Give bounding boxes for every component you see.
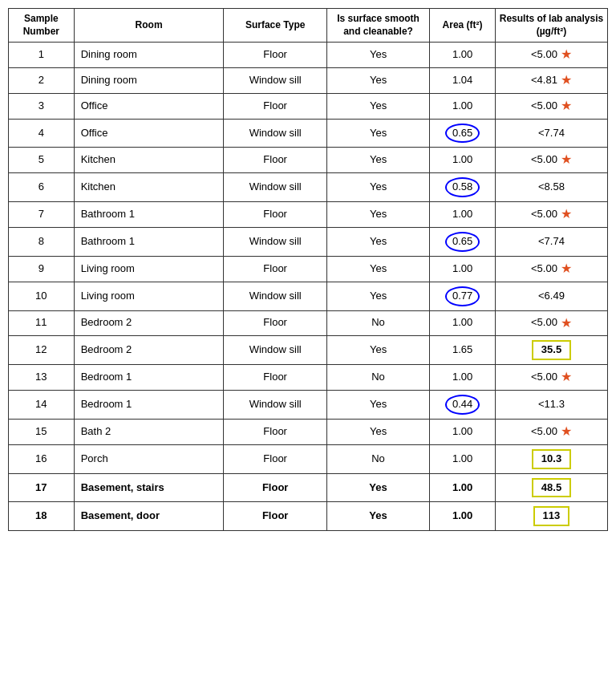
cell-smooth: Yes [326,43,429,68]
cell-surface-type: Floor [224,93,326,119]
cell-result: 48.5 [495,473,607,502]
cell-room: Basement, door [74,502,224,531]
cell-room: Bedroom 2 [74,336,224,365]
cell-sample-number: 4 [9,119,75,148]
cell-area: 0.65 [430,119,496,148]
cell-result: <5.00★ [495,93,607,119]
cell-area: 1.04 [430,67,496,93]
cell-surface-type: Window sill [224,119,326,148]
cell-surface-type: Window sill [224,67,326,93]
cell-sample-number: 15 [9,419,75,444]
cell-area: 1.00 [430,502,496,531]
cell-surface-type: Window sill [224,282,326,310]
table-row: 11Bedroom 2FloorNo1.00<5.00★ [9,310,608,336]
cell-room: Dining room [74,67,224,93]
cell-room: Porch [74,444,224,473]
cell-room: Bathroom 1 [74,202,224,228]
cell-result: <5.00★ [495,419,607,444]
result-value: <5.00 [531,153,557,167]
boxed-value: 113 [533,506,570,526]
cell-area: 0.44 [430,391,496,420]
cell-room: Bedroom 2 [74,310,224,336]
cell-sample-number: 10 [9,282,75,310]
cell-sample-number: 13 [9,365,75,391]
cell-area: 1.00 [430,148,496,173]
cell-surface-type: Floor [224,310,326,336]
header-results: Results of lab analysis (µg/ft²) [495,9,607,43]
cell-sample-number: 5 [9,148,75,173]
cell-area: 0.58 [430,173,496,202]
result-value: <5.00 [531,208,557,221]
cell-surface-type: Floor [224,365,326,391]
cell-result: <4.81★ [495,67,607,93]
cell-smooth: Yes [326,148,429,173]
star-icon: ★ [561,206,572,223]
cell-area: 1.00 [430,473,496,502]
cell-room: Bedroom 1 [74,365,224,391]
cell-surface-type: Floor [224,419,326,444]
cell-area: 0.77 [430,282,496,310]
cell-smooth: Yes [326,282,429,310]
circled-value: 0.65 [445,124,480,144]
boxed-value: 48.5 [532,478,571,498]
cell-smooth: Yes [326,67,429,93]
star-icon: ★ [561,152,572,168]
cell-smooth: Yes [326,473,429,502]
table-row: 18Basement, doorFloorYes1.00113 [9,502,608,531]
cell-room: Dining room [74,43,224,68]
cell-room: Kitchen [74,148,224,173]
cell-sample-number: 12 [9,336,75,365]
cell-result: <8.58 [495,173,607,202]
result-value: <11.3 [538,398,565,411]
cell-area: 1.00 [430,444,496,473]
cell-room: Basement, stairs [74,473,224,502]
star-icon: ★ [561,72,572,89]
cell-room: Bath 2 [74,419,224,444]
cell-smooth: Yes [326,391,429,420]
cell-sample-number: 7 [9,202,75,228]
cell-room: Bathroom 1 [74,227,224,256]
cell-room: Kitchen [74,173,224,202]
result-value: <7.74 [538,127,565,140]
cell-smooth: Yes [326,119,429,148]
table-row: 8Bathroom 1Window sillYes0.65<7.74 [9,227,608,256]
table-row: 6KitchenWindow sillYes0.58<8.58 [9,173,608,202]
result-value: <6.49 [538,290,565,303]
cell-result: <5.00★ [495,256,607,282]
result-value: <5.00 [531,316,557,330]
cell-area: 1.00 [430,310,496,336]
cell-sample-number: 9 [9,256,75,282]
cell-surface-type: Floor [224,473,326,502]
result-value: <7.74 [538,235,565,249]
table-row: 16PorchFloorNo1.0010.3 [9,444,608,473]
table-row: 15Bath 2FloorYes1.00<5.00★ [9,419,608,444]
cell-result: <7.74 [495,119,607,148]
header-room: Room [74,9,224,43]
result-value: <5.00 [531,48,557,62]
cell-sample-number: 18 [9,502,75,531]
cell-smooth: Yes [326,336,429,365]
boxed-value: 10.3 [532,449,571,469]
cell-result: <5.00★ [495,310,607,336]
cell-smooth: Yes [326,173,429,202]
cell-sample-number: 11 [9,310,75,336]
cell-smooth: Yes [326,227,429,256]
circled-value: 0.58 [445,177,480,197]
cell-area: 1.00 [430,256,496,282]
star-icon: ★ [561,315,572,332]
cell-area: 1.00 [430,43,496,68]
cell-sample-number: 8 [9,227,75,256]
cell-smooth: Yes [326,502,429,531]
boxed-value: 35.5 [532,340,571,360]
cell-surface-type: Window sill [224,173,326,202]
result-value: <8.58 [538,180,565,194]
cell-surface-type: Window sill [224,336,326,365]
cell-result: 10.3 [495,444,607,473]
result-value: <5.00 [531,262,557,276]
cell-sample-number: 16 [9,444,75,473]
result-value: <5.00 [531,371,557,384]
table-row: 10Living roomWindow sillYes0.77<6.49 [9,282,608,310]
table-row: 13Bedroom 1FloorNo1.00<5.00★ [9,365,608,391]
main-table-wrapper: Sample Number Room Surface Type Is surfa… [8,8,608,531]
cell-sample-number: 1 [9,43,75,68]
